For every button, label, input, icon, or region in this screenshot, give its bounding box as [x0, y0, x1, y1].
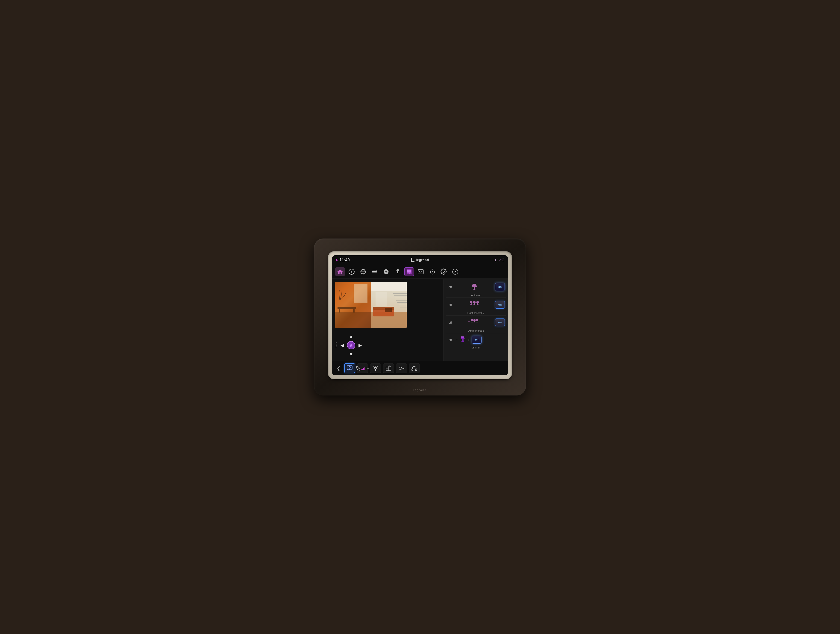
light-assembly-icon-area	[455, 300, 494, 309]
camera-right-feed	[371, 282, 407, 328]
device-bezel: 11:49 legrand 🌡 -°C	[328, 251, 512, 379]
directional-pad: ▲ ◀ ▶ ▼	[338, 332, 364, 358]
key-icon	[398, 365, 404, 372]
message-person-icon	[347, 365, 353, 372]
light-assembly-row: off	[446, 299, 506, 311]
clock: 11:49	[339, 258, 350, 262]
bottom-headphone-btn[interactable]	[409, 363, 420, 373]
room-right-svg	[371, 282, 407, 328]
svg-rect-23	[354, 284, 368, 303]
svg-marker-42	[349, 343, 353, 347]
nav-lamp-icon[interactable]	[393, 267, 403, 276]
svg-rect-46	[471, 303, 472, 304]
nav-intercom-icon[interactable]	[404, 267, 414, 276]
svg-rect-14	[407, 270, 411, 273]
temperature-display: -°C	[499, 258, 504, 262]
right-panel: off on Actuator	[444, 278, 508, 361]
svg-rect-58	[474, 322, 475, 323]
light-assembly-name: Light assembly	[446, 311, 506, 316]
nav-up-btn[interactable]: ▲	[347, 332, 355, 340]
svg-point-19	[443, 271, 445, 273]
light-assembly-on-btn[interactable]: on	[495, 301, 505, 308]
svg-rect-27	[371, 282, 407, 291]
svg-rect-25	[339, 309, 340, 313]
nav-usb-icon[interactable]	[358, 267, 368, 276]
bottom-antenna-btn[interactable]	[370, 363, 381, 373]
status-left: 11:49	[336, 258, 350, 262]
bottom-bar: ❮	[332, 361, 508, 375]
svg-point-15	[409, 273, 410, 274]
device-brand-label: legrand	[413, 388, 426, 392]
nav-message-icon[interactable]	[416, 267, 426, 276]
svg-rect-62	[347, 365, 352, 370]
nav-media-icon[interactable]: ♪	[381, 267, 391, 276]
dimmer-group-name: Dimmer group	[446, 329, 506, 333]
phone-icon	[356, 366, 360, 371]
joystick-icon	[349, 343, 354, 348]
dimmer-group-on-btn[interactable]: on	[495, 318, 505, 326]
camera-section: ЭТМ 3 ▲ ◀ ▶ ▼	[332, 278, 444, 361]
svg-rect-47	[474, 303, 475, 304]
nav-right-btn[interactable]: ▶	[357, 342, 364, 349]
dimmer-on-btn[interactable]: on	[472, 336, 482, 344]
camera-view[interactable]	[335, 282, 407, 328]
volume-bars	[361, 366, 366, 370]
svg-point-65	[375, 367, 376, 368]
nav-down-btn[interactable]: ▼	[347, 351, 355, 358]
room-left-svg	[335, 282, 371, 328]
nav-timer-icon[interactable]	[427, 267, 437, 276]
dimmer-group-off-label[interactable]: off	[447, 321, 453, 324]
dimmer-plus-btn[interactable]: +	[467, 337, 471, 342]
svg-rect-61	[461, 341, 464, 342]
svg-rect-24	[338, 307, 356, 309]
brand-logo: legrand	[411, 257, 432, 263]
actuator-name: Actuator	[446, 294, 506, 298]
bottom-floorplan-btn[interactable]	[383, 363, 394, 373]
actuator-on-btn[interactable]: on	[495, 283, 505, 291]
svg-rect-1	[411, 261, 414, 262]
floorplan-icon	[385, 365, 392, 372]
status-indicator	[336, 259, 338, 261]
vol-plus-label: +	[367, 367, 369, 370]
status-right: 🌡 -°C	[494, 258, 504, 262]
nav-forward-icon[interactable]	[450, 267, 460, 276]
svg-rect-59	[476, 322, 478, 323]
dimmer-controls: −	[455, 335, 471, 344]
svg-rect-40	[385, 308, 392, 312]
headphone-icon	[411, 365, 417, 372]
svg-rect-48	[477, 303, 478, 304]
nav-home-icon[interactable]	[335, 267, 345, 276]
bottom-message-person-btn[interactable]	[344, 363, 355, 373]
nav-left-btn[interactable]: ◀	[338, 342, 346, 349]
actuator-off-label[interactable]: off	[447, 285, 453, 289]
actuator-row: off on	[446, 281, 506, 293]
svg-text:♪: ♪	[385, 273, 386, 275]
light-assembly-off-label[interactable]: off	[447, 303, 453, 307]
svg-point-3	[349, 269, 354, 274]
svg-point-9	[385, 271, 387, 273]
dimmer-off-label[interactable]: off	[447, 338, 453, 342]
svg-rect-16	[418, 270, 423, 274]
bottom-key-btn[interactable]	[396, 363, 407, 373]
svg-rect-45	[474, 289, 475, 290]
bottom-nav-left-btn[interactable]: ❮	[335, 365, 343, 372]
dimmer-name: Dimmer	[446, 346, 506, 350]
dimmer-icon	[459, 335, 466, 344]
nav-back-icon[interactable]	[347, 267, 357, 276]
nav-settings-icon[interactable]	[439, 267, 448, 276]
antenna-icon	[372, 365, 379, 372]
main-content: ЭТМ 3 ▲ ◀ ▶ ▼	[332, 278, 508, 361]
actuator-icon-area	[455, 282, 494, 291]
bottom-phone-volume-btn[interactable]: +	[357, 363, 368, 373]
dimmer-row: off −	[446, 334, 506, 345]
nav-center-btn[interactable]	[347, 341, 355, 349]
nav-multiroom-icon[interactable]	[370, 267, 379, 276]
svg-point-63	[349, 367, 351, 368]
channel-label: ЭТМ 3	[335, 342, 338, 348]
status-bar: 11:49 legrand 🌡 -°C	[332, 255, 508, 265]
svg-rect-7	[372, 273, 377, 273]
svg-point-70	[399, 367, 402, 370]
dimmer-minus-btn[interactable]: −	[455, 337, 458, 342]
svg-rect-12	[397, 273, 399, 274]
camera-left-feed	[335, 282, 371, 328]
